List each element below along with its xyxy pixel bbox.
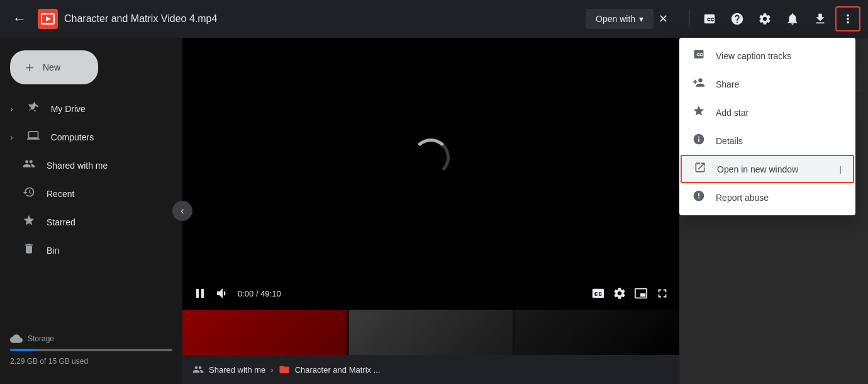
video-player[interactable]: [182, 38, 679, 277]
notification-icon-button[interactable]: [780, 6, 805, 31]
star-menu-icon: [692, 104, 706, 120]
sidebar: ＋ New › My Drive › Computers: [0, 38, 182, 384]
person-add-icon: [692, 76, 706, 92]
drive-icon: [26, 101, 41, 116]
breadcrumb-bar: Shared with me › Character and Matrix ..…: [182, 355, 679, 384]
sidebar-item-label: Shared with me: [47, 161, 108, 171]
menu-item-view-caption-label: View caption tracks: [716, 51, 843, 61]
sidebar-item-recent[interactable]: Recent: [0, 179, 172, 208]
open-with-button[interactable]: Open with ▾: [586, 9, 654, 29]
thumbnail-1: [182, 310, 347, 355]
sidebar-item-computers[interactable]: › Computers: [0, 123, 172, 151]
breadcrumb-separator: ›: [270, 365, 273, 375]
top-bar-right: ✕: [654, 6, 860, 31]
thumbnail-3: [515, 310, 679, 355]
video-area: 0:00 / 49:10: [182, 38, 679, 384]
volume-button[interactable]: [215, 286, 230, 301]
new-button-container: ＋ New: [0, 45, 182, 94]
computers-chevron: ›: [10, 132, 13, 142]
storage-used: 2.29 GB of 15 GB used: [10, 357, 88, 366]
sidebar-item-starred[interactable]: Starred: [0, 208, 172, 236]
time-display: 0:00 / 49:10: [238, 289, 281, 298]
video-controls: 0:00 / 49:10: [182, 277, 679, 310]
cloud-icon: [10, 332, 23, 345]
separator: [689, 10, 689, 28]
sidebar-item-label: Computers: [51, 132, 94, 142]
help-icon-button[interactable]: [725, 6, 750, 31]
download-icon-button[interactable]: [808, 6, 833, 31]
top-bar-left: ← Character and Matrix Video 4.mp4: [8, 7, 586, 31]
storage-label: Storage: [28, 334, 54, 343]
dropdown-menu: View caption tracks Share Add star Detai…: [679, 38, 855, 215]
more-options-button[interactable]: [835, 6, 860, 31]
report-icon: [692, 189, 706, 205]
people-icon: [21, 157, 36, 173]
breadcrumb-folder: Character and Matrix ...: [295, 365, 381, 375]
cc-menu-icon: [692, 48, 706, 64]
breadcrumb-shared: Shared with me: [209, 365, 265, 375]
menu-item-details-label: Details: [716, 136, 843, 146]
info-icon: [692, 133, 706, 149]
fullscreen-button[interactable]: [655, 286, 669, 300]
trash-icon: [21, 242, 36, 258]
video-thumbnails: [182, 310, 679, 355]
new-plus-icon: ＋: [23, 58, 36, 77]
breadcrumb-shared-icon: [192, 364, 204, 375]
file-title: Character and Matrix Video 4.mp4: [64, 13, 217, 25]
storage-bar-fill: [10, 349, 35, 351]
sidebar-item-my-drive[interactable]: › My Drive: [0, 94, 172, 123]
video-controls-right: [591, 286, 669, 300]
settings-icon-button[interactable]: [752, 6, 777, 31]
sidebar-item-label: Starred: [47, 217, 75, 227]
menu-item-report-abuse-label: Report abuse: [716, 193, 843, 203]
open-in-new-icon: [693, 161, 707, 177]
computer-icon: [26, 129, 41, 145]
sidebar-item-label: Recent: [47, 189, 74, 199]
svg-marker-1: [46, 16, 51, 21]
menu-item-report-abuse[interactable]: Report abuse: [679, 183, 855, 212]
sidebar-item-bin[interactable]: Bin: [0, 236, 172, 264]
storage-section: Storage 2.29 GB of 15 GB used: [0, 322, 182, 376]
sidebar-item-label: Bin: [47, 246, 59, 256]
my-drive-chevron: ›: [10, 104, 13, 114]
cursor-indicator: |: [840, 164, 842, 174]
menu-item-add-star[interactable]: Add star: [679, 98, 855, 127]
cc-icon-button[interactable]: [697, 6, 722, 31]
back-button[interactable]: ←: [8, 7, 31, 31]
pause-button[interactable]: [192, 286, 208, 301]
collapse-sidebar-button[interactable]: ‹: [172, 201, 192, 221]
subtitles-button[interactable]: [591, 286, 605, 300]
menu-item-view-caption[interactable]: View caption tracks: [679, 42, 855, 70]
top-bar: ← Character and Matrix Video 4.mp4 Open …: [0, 0, 868, 38]
menu-item-add-star-label: Add star: [716, 108, 843, 118]
close-button[interactable]: ✕: [654, 7, 673, 31]
menu-item-open-new-window-label: Open in new window: [717, 164, 828, 174]
thumbnail-2: [349, 310, 513, 355]
menu-item-share[interactable]: Share: [679, 70, 855, 98]
new-button[interactable]: ＋ New: [10, 50, 98, 84]
clock-icon: [21, 186, 36, 201]
menu-item-share-label: Share: [716, 79, 843, 89]
video-settings-button[interactable]: [613, 286, 626, 300]
sidebar-item-label: My Drive: [51, 104, 86, 114]
app-icon: [38, 9, 58, 29]
menu-item-open-new-window[interactable]: Open in new window |: [681, 155, 854, 183]
star-icon: [21, 214, 36, 230]
loading-spinner: [412, 138, 450, 176]
sidebar-item-shared-with-me[interactable]: Shared with me: [0, 151, 172, 179]
menu-item-details[interactable]: Details: [679, 127, 855, 155]
breadcrumb-folder-icon: [279, 364, 290, 375]
miniplayer-button[interactable]: [634, 286, 648, 300]
storage-bar: [10, 349, 172, 351]
